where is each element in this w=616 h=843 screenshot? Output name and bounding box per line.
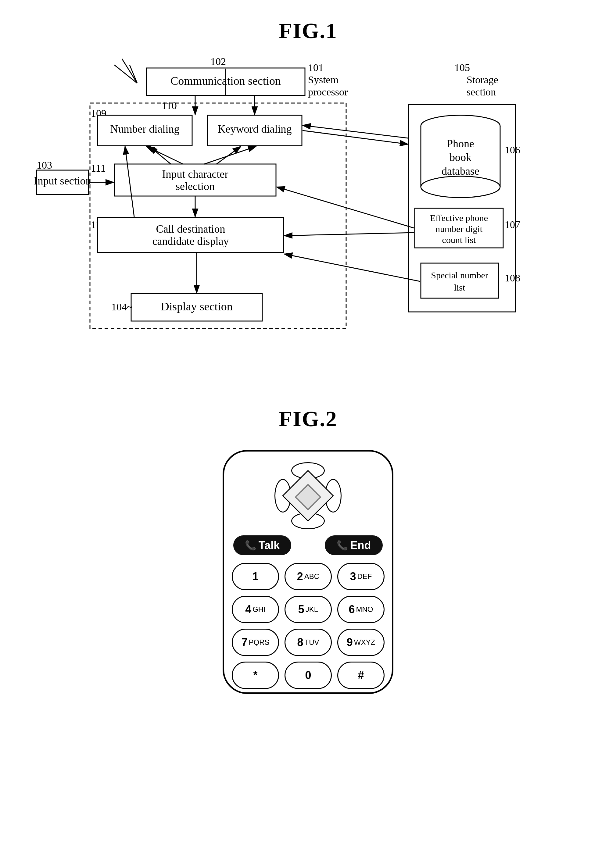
svg-text:Storage: Storage — [466, 74, 498, 85]
svg-line-2 — [130, 65, 137, 83]
svg-text:Input character: Input character — [162, 168, 229, 180]
svg-line-60 — [302, 125, 408, 138]
key-1[interactable]: 1 — [232, 563, 279, 590]
svg-text:104~: 104~ — [111, 301, 132, 312]
svg-rect-0 — [147, 68, 305, 95]
nav-cluster — [274, 462, 342, 529]
svg-text:107: 107 — [505, 219, 520, 230]
svg-text:106: 106 — [505, 144, 520, 155]
svg-line-59 — [302, 130, 408, 144]
key-0[interactable]: 0 — [285, 661, 332, 689]
nav-diamond[interactable] — [282, 470, 334, 522]
talk-button[interactable]: 📞 Talk — [233, 535, 291, 555]
svg-rect-51 — [409, 104, 515, 312]
svg-point-33 — [421, 115, 500, 136]
svg-rect-30 — [131, 293, 262, 321]
key-9[interactable]: 9WXYZ — [337, 629, 384, 656]
svg-line-66 — [204, 147, 256, 164]
key-2[interactable]: 2ABC — [285, 563, 332, 590]
fig1-svg: Communication section 102 101 System pro… — [34, 56, 582, 376]
key-7[interactable]: 7PQRS — [232, 629, 279, 656]
fig1-title: FIG.1 — [0, 0, 616, 44]
svg-text:book: book — [449, 151, 471, 163]
svg-rect-27 — [37, 170, 88, 195]
svg-text:Communication section: Communication section — [170, 75, 281, 87]
svg-text:108: 108 — [505, 272, 520, 283]
svg-text:Number dialing: Number dialing — [110, 123, 180, 135]
svg-text:102: 102 — [210, 56, 226, 67]
svg-text:list: list — [454, 282, 465, 292]
svg-text:Keyword dialing: Keyword dialing — [218, 123, 292, 135]
fig1-section: FIG.1 Communication section 102 101 Syst… — [0, 0, 616, 376]
svg-rect-34 — [421, 126, 500, 187]
svg-rect-15 — [98, 115, 192, 146]
svg-rect-17 — [207, 115, 302, 146]
svg-text:Call destination: Call destination — [156, 223, 225, 235]
fig2-section: FIG.2 📞 Talk 📞 End — [0, 406, 616, 694]
svg-text:processor: processor — [308, 86, 348, 98]
svg-rect-47 — [421, 263, 499, 298]
svg-line-68 — [125, 147, 134, 217]
svg-text:number digit: number digit — [436, 224, 483, 234]
end-label: End — [351, 539, 371, 552]
svg-text:103: 103 — [37, 160, 52, 171]
svg-text:database: database — [441, 165, 480, 177]
svg-text:count list: count list — [442, 235, 476, 245]
svg-text:Display section: Display section — [161, 300, 232, 313]
svg-text:112: 112 — [91, 219, 106, 230]
svg-text:109: 109 — [91, 108, 106, 119]
svg-text:105: 105 — [455, 62, 470, 73]
svg-point-37 — [421, 176, 500, 198]
key-6[interactable]: 6MNO — [337, 596, 384, 623]
svg-line-62 — [284, 233, 414, 236]
key-3[interactable]: 3DEF — [337, 563, 384, 590]
svg-text:System: System — [308, 74, 339, 85]
svg-text:selection: selection — [176, 180, 215, 192]
svg-line-55 — [217, 147, 241, 164]
svg-line-4 — [114, 65, 137, 83]
svg-line-63 — [284, 254, 420, 281]
svg-text:111: 111 — [91, 163, 106, 174]
key-5[interactable]: 5JKL — [285, 596, 332, 623]
svg-text:101: 101 — [308, 62, 324, 73]
svg-line-67 — [147, 147, 183, 164]
phone-body: 📞 Talk 📞 End 1 2ABC 3DEF 4GHI 5JKL — [223, 450, 393, 694]
svg-text:Phone: Phone — [447, 138, 474, 150]
svg-text:110: 110 — [161, 100, 177, 111]
end-button[interactable]: 📞 End — [325, 535, 383, 555]
svg-line-61 — [277, 187, 414, 228]
key-star[interactable]: * — [232, 661, 279, 689]
svg-text:Effective phone: Effective phone — [430, 213, 488, 223]
svg-rect-42 — [415, 208, 503, 248]
nav-inner-diamond — [295, 484, 321, 510]
fig1-diagram: Communication section 102 101 System pro… — [34, 56, 582, 376]
svg-rect-20 — [114, 164, 276, 196]
key-4[interactable]: 4GHI — [232, 596, 279, 623]
fig2-title: FIG.2 — [0, 406, 616, 432]
keypad-grid: 1 2ABC 3DEF 4GHI 5JKL 6MNO 7PQRS — [232, 563, 384, 689]
key-hash[interactable]: # — [337, 661, 384, 689]
svg-text:section: section — [466, 86, 496, 98]
svg-rect-24 — [98, 217, 284, 252]
talk-label: Talk — [259, 539, 280, 552]
svg-line-54 — [150, 147, 171, 164]
phone-icon-end: 📞 — [337, 540, 348, 551]
svg-text:Input section: Input section — [34, 175, 91, 187]
svg-text:Special number: Special number — [431, 270, 488, 280]
phone-icon-talk: 📞 — [245, 540, 256, 551]
svg-rect-12 — [90, 103, 346, 329]
svg-line-3 — [122, 59, 137, 83]
svg-text:candidate display: candidate display — [153, 235, 229, 247]
key-8[interactable]: 8TUV — [285, 629, 332, 656]
